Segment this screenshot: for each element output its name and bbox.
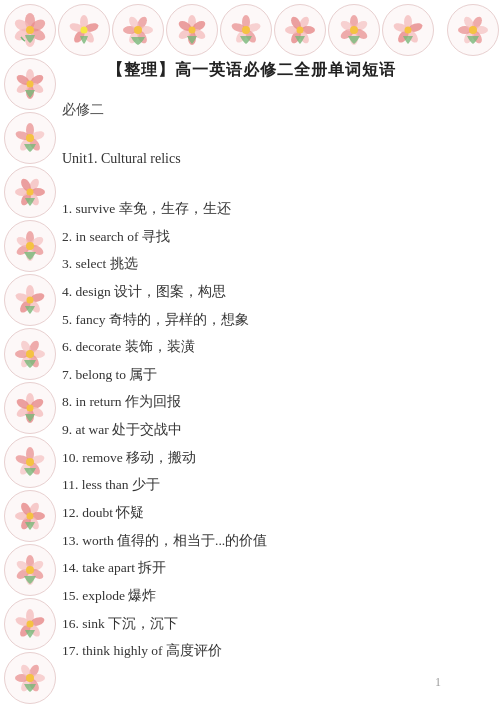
svg-point-122 xyxy=(29,567,45,581)
svg-point-65 xyxy=(15,73,31,87)
svg-point-135 xyxy=(27,677,41,693)
svg-point-120 xyxy=(26,555,34,569)
svg-point-100 xyxy=(26,393,34,407)
svg-point-137 xyxy=(15,674,29,682)
svg-point-74 xyxy=(31,188,45,196)
svg-point-119 xyxy=(27,513,34,520)
svg-point-97 xyxy=(15,350,29,358)
svg-point-78 xyxy=(19,177,33,193)
svg-point-4 xyxy=(13,26,32,43)
svg-point-91 xyxy=(14,292,30,304)
svg-point-72 xyxy=(26,134,34,142)
svg-point-67 xyxy=(26,123,34,137)
svg-point-114 xyxy=(31,512,45,520)
svg-point-108 xyxy=(30,454,46,466)
svg-point-70 xyxy=(18,136,33,152)
svg-point-115 xyxy=(27,515,41,531)
list-item: 1. survive 幸免，生存，生还 xyxy=(62,195,441,223)
svg-point-102 xyxy=(29,405,45,419)
list-item: 9. at war 处于交战中 xyxy=(62,416,441,444)
svg-point-68 xyxy=(30,130,46,142)
svg-point-3 xyxy=(25,31,35,47)
list-item: 5. fancy 奇特的，异样的，想象 xyxy=(62,306,441,334)
list-item: 7. belong to 属于 xyxy=(62,361,441,389)
svg-point-77 xyxy=(15,188,29,196)
list-item: 14. take apart 拆开 xyxy=(62,554,441,582)
svg-point-104 xyxy=(15,405,31,419)
svg-point-2 xyxy=(28,26,47,43)
svg-point-55 xyxy=(470,29,484,45)
svg-point-118 xyxy=(19,501,33,517)
svg-point-133 xyxy=(27,663,41,679)
list-item: 6. decorate 装饰，装潢 xyxy=(62,333,441,361)
svg-point-85 xyxy=(15,235,31,249)
svg-point-90 xyxy=(18,298,33,314)
svg-point-134 xyxy=(31,674,45,682)
svg-point-66 xyxy=(27,81,34,88)
svg-point-82 xyxy=(29,243,45,257)
list-item: 4. design 设计，图案，构思 xyxy=(62,278,441,306)
svg-point-89 xyxy=(27,298,42,314)
svg-point-92 xyxy=(27,297,34,304)
list-item: 3. select 挑选 xyxy=(62,250,441,278)
svg-point-117 xyxy=(15,512,29,520)
svg-point-61 xyxy=(29,73,45,87)
page-wrapper: 【整理】高一英语必修二全册单词短语 必修二 Unit1. Cultural re… xyxy=(0,0,503,712)
svg-point-71 xyxy=(14,130,30,142)
svg-point-125 xyxy=(15,559,31,573)
list-item: 11. less than 少于 xyxy=(62,471,441,499)
list-item: 15. explode 爆炸 xyxy=(62,582,441,610)
svg-point-80 xyxy=(26,231,34,245)
svg-point-62 xyxy=(29,81,45,95)
svg-point-112 xyxy=(26,458,34,466)
svg-point-136 xyxy=(19,677,33,693)
svg-point-106 xyxy=(27,405,34,412)
svg-point-1 xyxy=(28,17,47,34)
svg-point-131 xyxy=(14,616,30,628)
list-item: 8. in return 作为回报 xyxy=(62,388,441,416)
svg-point-110 xyxy=(18,460,33,476)
svg-point-0 xyxy=(25,13,35,29)
svg-point-84 xyxy=(15,243,31,257)
svg-point-73 xyxy=(27,177,41,193)
svg-point-130 xyxy=(18,622,33,638)
svg-point-105 xyxy=(15,397,31,411)
list-item: 13. worth 值得的，相当于...的价值 xyxy=(62,527,441,555)
svg-point-116 xyxy=(19,515,33,531)
svg-point-86 xyxy=(26,242,34,250)
content-area: 【整理】高一英语必修二全册单词短语 必修二 Unit1. Cultural re… xyxy=(62,0,441,712)
subtitle: 必修二 xyxy=(62,101,441,119)
unit-title: Unit1. Cultural relics xyxy=(62,151,441,167)
svg-point-87 xyxy=(26,285,34,299)
svg-point-96 xyxy=(19,353,33,369)
svg-point-139 xyxy=(26,674,34,682)
page-title: 【整理】高一英语必修二全册单词短语 xyxy=(62,60,441,81)
list-item: 16. sink 下沉，沉下 xyxy=(62,610,441,638)
svg-point-109 xyxy=(27,460,42,476)
list-item: 10. remove 移动，搬动 xyxy=(62,444,441,472)
svg-point-101 xyxy=(29,397,45,411)
svg-point-69 xyxy=(27,136,42,152)
svg-point-75 xyxy=(27,191,41,207)
svg-point-95 xyxy=(27,353,41,369)
svg-point-53 xyxy=(470,15,484,31)
svg-point-5 xyxy=(13,17,32,34)
svg-point-63 xyxy=(26,85,34,99)
svg-point-121 xyxy=(29,559,45,573)
svg-point-128 xyxy=(30,616,46,628)
svg-point-59 xyxy=(469,26,477,34)
list-item: 12. doubt 怀疑 xyxy=(62,499,441,527)
svg-point-57 xyxy=(458,26,472,34)
svg-point-124 xyxy=(15,567,31,581)
svg-point-88 xyxy=(30,292,46,304)
svg-point-138 xyxy=(19,663,33,679)
svg-point-94 xyxy=(31,350,45,358)
svg-point-60 xyxy=(26,69,34,83)
svg-point-76 xyxy=(19,191,33,207)
svg-point-58 xyxy=(462,15,476,31)
svg-point-79 xyxy=(27,189,34,196)
svg-point-107 xyxy=(26,447,34,461)
svg-point-111 xyxy=(14,454,30,466)
svg-point-132 xyxy=(27,621,34,628)
svg-point-126 xyxy=(26,566,34,574)
